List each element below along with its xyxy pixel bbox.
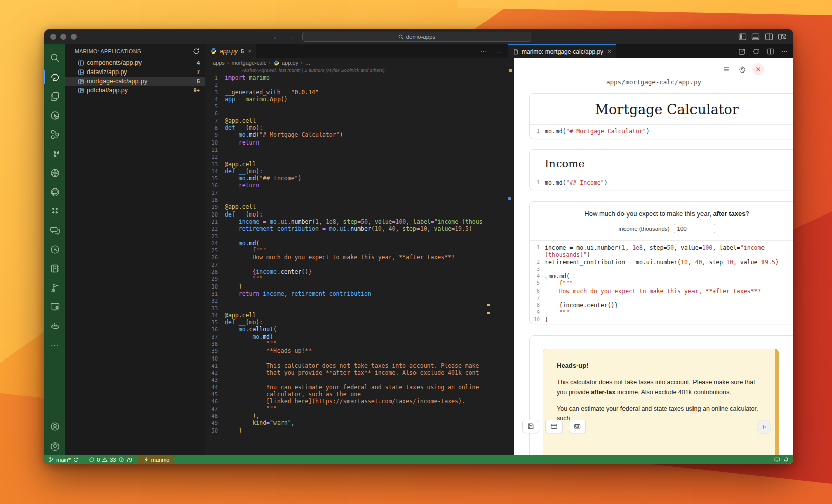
search-view-icon[interactable] xyxy=(44,48,65,67)
timeline-view-icon[interactable] xyxy=(44,240,65,259)
line-number: 33 xyxy=(205,305,225,312)
marimo-status-chip[interactable]: marimo xyxy=(138,455,174,464)
keyboard-shortcuts-button[interactable] xyxy=(569,420,586,433)
breadcrumb-symbol[interactable]: … xyxy=(305,60,311,66)
branch-icon xyxy=(48,457,54,463)
activity-bar: ⋯ xyxy=(44,44,65,455)
notifications-item[interactable] xyxy=(783,457,789,463)
cell-code[interactable]: 1mo.md("# Mortgage Calculator") xyxy=(530,125,793,138)
line-number: 46 xyxy=(205,398,225,405)
cell-code[interactable]: 1income = mo.ui.number(1, 1e8, step=50, … xyxy=(530,241,793,324)
live-preview-icon[interactable] xyxy=(44,297,65,316)
refresh-icon[interactable] xyxy=(752,48,760,55)
panel-more-actions-icon[interactable]: … xyxy=(491,44,508,58)
sidebar-item-count-badge: 5 xyxy=(197,78,200,84)
refresh-icon[interactable] xyxy=(193,48,200,55)
git-branch-item[interactable]: main* xyxy=(48,457,79,463)
accounts-icon[interactable] xyxy=(44,417,65,436)
breadcrumb-apps[interactable]: apps xyxy=(213,60,225,66)
line-number: 2 xyxy=(205,81,225,88)
more-actions-icon[interactable] xyxy=(781,48,788,55)
docker-view-icon[interactable] xyxy=(44,316,65,335)
explorer-view-icon[interactable] xyxy=(44,87,65,106)
github-view-icon[interactable] xyxy=(44,182,65,201)
line-content: kind="warn", xyxy=(225,419,491,426)
marimo-view-icon[interactable] xyxy=(44,67,65,87)
breadcrumb-folder[interactable]: mortgage-calc xyxy=(232,60,267,66)
errors-icon xyxy=(89,457,95,463)
cell-card-income[interactable]: Income 1mo.md("## Income") xyxy=(529,149,793,190)
line-content xyxy=(225,233,491,240)
panel-tab-close-icon[interactable]: × xyxy=(608,48,611,55)
sidebar-item-mortgage-calc-app-py[interactable]: mortgage-calc/app.py5 xyxy=(65,77,205,86)
info-icon xyxy=(118,457,124,463)
traffic-close-button[interactable] xyxy=(50,34,56,40)
editor-more-actions-icon[interactable]: ⋯ xyxy=(480,48,487,55)
test-explorer-icon[interactable] xyxy=(44,278,65,297)
run-app-button[interactable] xyxy=(757,420,771,434)
app-settings-button[interactable] xyxy=(736,63,748,75)
split-editor-icon[interactable] xyxy=(767,48,774,55)
breadcrumb-file[interactable]: app.py xyxy=(282,60,298,66)
marimo-chip-label: marimo xyxy=(151,457,170,463)
line-number: 34 xyxy=(205,312,225,319)
tab-close-icon[interactable]: × xyxy=(248,48,251,55)
comments-view-icon[interactable] xyxy=(44,221,65,240)
toggle-secondary-sidebar-icon[interactable] xyxy=(765,33,773,41)
sidebar-item-dataviz-app-py[interactable]: dataviz/app.py7 xyxy=(65,67,205,77)
cell-code[interactable]: 1mo.md("## Income") xyxy=(530,176,793,189)
cell-card-income-input[interactable]: How much do you expect to make this year… xyxy=(529,201,793,324)
toggle-primary-sidebar-icon[interactable] xyxy=(738,33,747,41)
git-blame-annotation: Akshay Agrawal, last month | 2 authors (… xyxy=(205,67,491,74)
code-line: 1mo.md("# Mortgage Calculator") xyxy=(530,128,793,135)
line-content: ⌄mo.md( xyxy=(545,273,793,280)
line-number: 12 xyxy=(205,153,225,160)
menu-button[interactable] xyxy=(720,63,732,75)
line-content: def __(mo): xyxy=(225,319,491,326)
sidebar-app-list: components/app.py4dataviz/app.py7mortgag… xyxy=(65,58,205,95)
command-center-search[interactable]: demo-apps xyxy=(302,32,531,42)
globe-view-icon[interactable] xyxy=(44,163,65,182)
settings-gear-icon[interactable] xyxy=(44,436,65,455)
terraform-view-icon[interactable] xyxy=(44,144,65,163)
cell-card-callout[interactable]: Heads-up! This calculator does not take … xyxy=(529,335,793,464)
line-number: 31 xyxy=(205,290,225,297)
notebook-view-icon[interactable] xyxy=(44,259,65,278)
customize-layout-icon[interactable] xyxy=(778,33,786,41)
line-content: import marimo xyxy=(225,74,491,81)
title-bar[interactable]: ← → demo-apps xyxy=(44,29,793,44)
line-content: income = mo.ui.number(1, 1e8, step=50, v… xyxy=(545,244,793,251)
app-close-button[interactable] xyxy=(752,63,764,75)
ports-item[interactable] xyxy=(774,457,780,463)
bell-icon xyxy=(783,457,789,463)
save-button[interactable] xyxy=(522,420,539,433)
problems-item[interactable]: 0 33 79 xyxy=(89,457,132,463)
code-editor[interactable]: 1import marimo23__generated_with = "0.0.… xyxy=(205,74,491,455)
code-line: 1mo.md("## Income") xyxy=(530,179,793,186)
extensions-diamonds-icon[interactable] xyxy=(44,201,65,221)
sidebar-item-pdfchat-app-py[interactable]: pdfchat/app.py9+ xyxy=(65,86,205,95)
income-number-input[interactable]: 100 xyxy=(674,224,715,233)
additional-views-icon[interactable]: ⋯ xyxy=(44,335,65,354)
history-back-button[interactable]: ← xyxy=(272,32,281,41)
line-content: You can estimate your federal and state … xyxy=(225,384,491,391)
panel-mode-button[interactable] xyxy=(545,420,563,433)
traffic-minimize-button[interactable] xyxy=(60,34,66,40)
tab-marimo-preview[interactable]: marimo: mortgage-calc/app.py × xyxy=(508,44,616,58)
marimo-app-page: apps/mortgage-calc/app.py Mortgage Calcu… xyxy=(514,58,793,455)
line-number: 44 xyxy=(205,384,225,391)
callout-text: income. Also exclude 401k contributions. xyxy=(615,389,731,396)
org-chart-view-icon[interactable] xyxy=(44,125,65,144)
fold-caret-icon[interactable]: ⌄ xyxy=(545,274,547,279)
tab-app-py[interactable]: app.py 5 × xyxy=(205,44,256,58)
traffic-zoom-button[interactable] xyxy=(71,34,77,40)
run-debug-view-icon[interactable] xyxy=(44,106,65,125)
code-line: 42 that you provide **after-tax** income… xyxy=(205,369,491,376)
breadcrumb[interactable]: apps › mortgage-calc › app.py › … xyxy=(205,58,491,67)
open-in-browser-icon[interactable] xyxy=(738,48,746,55)
play-icon xyxy=(761,424,767,430)
toggle-panel-icon[interactable] xyxy=(751,33,760,41)
history-forward-button[interactable]: → xyxy=(286,32,295,41)
sidebar-item-components-app-py[interactable]: components/app.py4 xyxy=(65,58,205,67)
cell-card-title[interactable]: Mortgage Calculator 1mo.md("# Mortgage C… xyxy=(529,93,793,139)
